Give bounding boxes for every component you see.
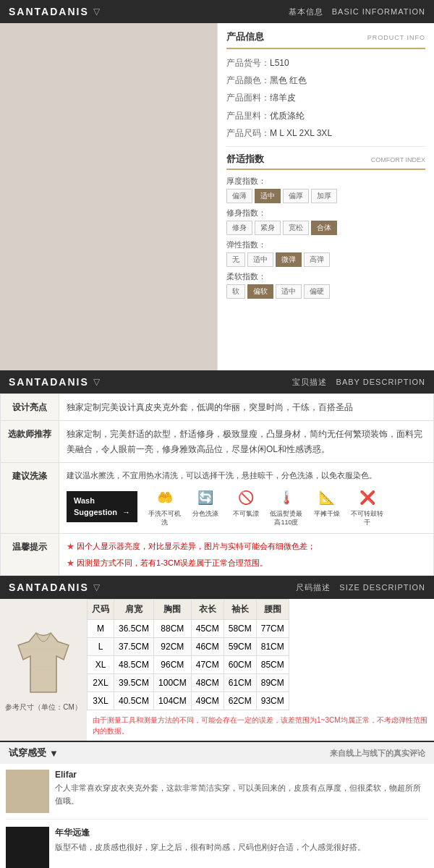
wash-icon-separate: 🔄 分色洗涤 <box>188 487 223 519</box>
slim-tags: 修身 紧身 宽松 合体 <box>226 221 425 235</box>
size-table-container: 尺码 肩宽 胸围 衣长 袖长 腰围 M36.5CM88CM45CM58CM77C… <box>87 599 434 741</box>
tag-无[interactable]: 无 <box>226 252 245 267</box>
review-content-1: 年华远逢 版型不错，皮质感也很好，穿上之后，很有时尚感，尺码也刚好合适，个人感觉… <box>55 827 428 868</box>
slim-label: 修身指数： <box>226 208 425 218</box>
tag-紧身[interactable]: 紧身 <box>255 221 281 235</box>
col-length: 衣长 <box>191 600 224 620</box>
wash-content: 建议温水擦洗，不宜用热水清洗，可以选择干洗，悬挂晾干，分色洗涤，以免衣服染色。 … <box>59 463 434 534</box>
tag-修身[interactable]: 修身 <box>226 221 252 235</box>
review-item-0: Elifar 个人非常喜欢穿皮衣夹克外套，这款非常简洁实穿，可以美回来的，皮质有… <box>6 770 428 820</box>
product-info-title-en: PRODUCT INFO <box>367 34 425 41</box>
wash-icon-low-iron: 🌡️ 低温熨烫最高110度 <box>269 487 304 527</box>
wash-icon-no-bleach: 🚫 不可氯漂 <box>229 487 263 519</box>
tryon-subtitle: 来自线上与线下的真实评论 <box>330 748 425 759</box>
col-waist: 腰围 <box>256 600 289 620</box>
desc-row-tips: 温馨提示 ★ 因个人显示器亮度，对比显示差异，图片与实特可能会有细微色差； ★ … <box>1 533 434 575</box>
tag-软[interactable]: 软 <box>226 284 245 299</box>
tag-高弹[interactable]: 高弹 <box>304 252 330 267</box>
tryon-title: 试穿感受 <box>9 746 46 760</box>
tag-适中-thickness[interactable]: 适中 <box>255 189 281 203</box>
size-table-inner: 参考尺寸（单位：CM） 尺码 肩宽 胸围 衣长 袖长 腰围 <box>0 599 434 741</box>
brand-logo-1: SANTADANIS <box>9 6 89 17</box>
design-label: 设计亮点 <box>1 394 59 421</box>
wash-icon-hand: 🤲 手洗不可机洗 <box>148 487 182 527</box>
thickness-label: 厚度指数： <box>226 176 425 187</box>
dropdown-icon-3[interactable]: ▽ <box>93 582 100 592</box>
review-text-1: 版型不错，皮质感也很好，穿上之后，很有时尚感，尺码也刚好合适，个人感觉很好搭。 <box>55 841 428 854</box>
tag-偏硬[interactable]: 偏硬 <box>304 284 330 299</box>
softness-label: 柔软指数： <box>226 271 425 282</box>
size-row-l: L37.5CM92CM46CM59CM81CM <box>88 638 289 656</box>
baby-desc-table: 设计亮点 独家定制完美设计真皮夹克外套，低调的华丽，突显时尚，干练，百搭圣品 选… <box>0 393 434 576</box>
col-size: 尺码 <box>88 600 114 620</box>
wash-suggestion-text: WashSuggestion <box>74 496 117 516</box>
size-row-m: M36.5CM88CM45CM58CM77CM <box>88 620 289 638</box>
info-row-2: 产品面料：绵羊皮 <box>226 91 425 105</box>
product-info-panel: 产品信息 PRODUCT INFO 产品货号：L510 产品颜色：黑色 红色 产… <box>217 23 434 370</box>
elasticity-label: 弹性指数： <box>226 239 425 250</box>
comfort-index-title: 舒适指数 <box>226 153 264 166</box>
reviewer-name-1: 年华远逢 <box>55 827 428 839</box>
tryon-dropdown-icon[interactable]: ▼ <box>49 748 59 759</box>
desc-row-design: 设计亮点 独家定制完美设计真皮夹克外套，低调的华丽，突显时尚，干练，百搭圣品 <box>1 394 434 421</box>
ref-size-label: 参考尺寸（单位：CM） <box>5 702 82 712</box>
desc-row-recommend: 选款师推荐 独家定制，完美舒适的款型，舒适修身，极致显瘦，凸显身材，简约无任何繁… <box>1 421 434 463</box>
basic-info-header-label: 基本信息 BASIC INFORMATION <box>289 7 425 17</box>
wash-suggestion-box: WashSuggestion → <box>67 491 137 522</box>
wash-arrow-icon: → <box>122 508 130 516</box>
softness-tags: 软 偏软 适中 偏硬 <box>226 284 425 299</box>
recommend-content: 独家定制，完美舒适的款型，舒适修身，极致显瘦，凸显身材，简约无任何繁琐装饰，面料… <box>59 421 434 463</box>
tag-适中-elasticity[interactable]: 适中 <box>247 252 273 267</box>
wash-icon-flat-dry: 📐 平摊干燥 <box>310 487 344 519</box>
tag-宽松[interactable]: 宽松 <box>283 221 309 235</box>
wash-icon-no-tumble: ❌ 不可转鼓转干 <box>350 487 385 527</box>
brand-logo-3: SANTADANIS <box>9 582 89 593</box>
wash-label: 建议洗涤 <box>1 463 59 534</box>
basic-info-section: 产品信息 PRODUCT INFO 产品货号：L510 产品颜色：黑色 红色 产… <box>0 23 434 370</box>
review-text-0: 个人非常喜欢穿皮衣夹克外套，这款非常简洁实穿，可以美回来的，皮质有点厚度，但很柔… <box>55 782 428 807</box>
tryon-header: 试穿感受 ▼ 来自线上与线下的真实评论 <box>0 741 434 764</box>
tag-偏薄[interactable]: 偏薄 <box>226 189 252 203</box>
size-note: 由于测量工具和测量方法的不同，可能会存在一定的误差，该差范围为1~3CM均属正常… <box>87 710 434 741</box>
size-row-xl: XL48.5CM96CM47CM60CM85CM <box>88 656 289 674</box>
baby-desc-header-label: 宝贝描述 BABY DESCRIPTION <box>292 377 425 388</box>
recommend-label: 选款师推荐 <box>1 421 59 463</box>
dropdown-icon-2[interactable]: ▽ <box>93 377 100 387</box>
size-table-header: 尺码 肩宽 胸围 衣长 袖长 腰围 <box>88 600 289 620</box>
review-avatar-1 <box>6 827 49 868</box>
review-content-0: Elifar 个人非常喜欢穿皮衣夹克外套，这款非常简洁实穿，可以美回来的，皮质有… <box>55 770 428 813</box>
tag-偏软[interactable]: 偏软 <box>247 284 273 299</box>
garment-svg <box>14 627 72 699</box>
desc-row-wash: 建议洗涤 建议温水擦洗，不宜用热水清洗，可以选择干洗，悬挂晾干，分色洗涤，以免衣… <box>1 463 434 534</box>
baby-desc-section: 设计亮点 独家定制完美设计真皮夹克外套，低调的华丽，突显时尚，干练，百搭圣品 选… <box>0 393 434 576</box>
review-item-1: 年华远逢 版型不错，皮质感也很好，穿上之后，很有时尚感，尺码也刚好合适，个人感觉… <box>6 827 428 868</box>
size-desc-header-label: 尺码描述 SIZE DESCRIPTION <box>296 582 425 593</box>
col-shoulder: 肩宽 <box>114 600 154 620</box>
info-row-4: 产品尺码：M L XL 2XL 3XL <box>226 127 425 140</box>
dropdown-icon-1[interactable]: ▽ <box>93 7 100 17</box>
tag-微弹[interactable]: 微弹 <box>276 252 302 267</box>
header-bar-3: SANTADANIS ▽ 尺码描述 SIZE DESCRIPTION <box>0 576 434 599</box>
product-image <box>0 23 217 370</box>
garment-illustration: 参考尺寸（单位：CM） <box>0 599 87 741</box>
col-sleeve: 袖长 <box>224 600 256 620</box>
info-row-3: 产品里料：优质涤纶 <box>226 109 425 123</box>
tag-合体[interactable]: 合体 <box>311 221 337 235</box>
elasticity-row: 弹性指数： 无 适中 微弹 高弹 <box>226 239 425 267</box>
reviewer-name-0: Elifar <box>55 770 428 780</box>
design-content: 独家定制完美设计真皮夹克外套，低调的华丽，突显时尚，干练，百搭圣品 <box>59 394 434 421</box>
softness-row: 柔软指数： 软 偏软 适中 偏硬 <box>226 271 425 299</box>
info-row-0: 产品货号：L510 <box>226 56 425 70</box>
tips-label: 温馨提示 <box>1 533 59 575</box>
product-info-title: 产品信息 <box>226 30 264 43</box>
header-bar-1: SANTADANIS ▽ 基本信息 BASIC INFORMATION <box>0 0 434 23</box>
col-chest: 胸围 <box>154 600 192 620</box>
header-bar-2: SANTADANIS ▽ 宝贝描述 BABY DESCRIPTION <box>0 370 434 393</box>
size-section: 参考尺寸（单位：CM） 尺码 肩宽 胸围 衣长 袖长 腰围 <box>0 599 434 741</box>
size-row-2xl: 2XL39.5CM100CM48CM61CM89CM <box>88 674 289 692</box>
tip-2: ★ 因测量方式不同，若有1-3CM误差属于正常合理范围。 <box>67 556 426 570</box>
reviews-section: Elifar 个人非常喜欢穿皮衣夹克外套，这款非常简洁实穿，可以美回来的，皮质有… <box>0 764 434 868</box>
tag-适中-softness[interactable]: 适中 <box>276 284 302 299</box>
tag-加厚[interactable]: 加厚 <box>311 189 337 203</box>
tag-偏厚[interactable]: 偏厚 <box>283 189 309 203</box>
